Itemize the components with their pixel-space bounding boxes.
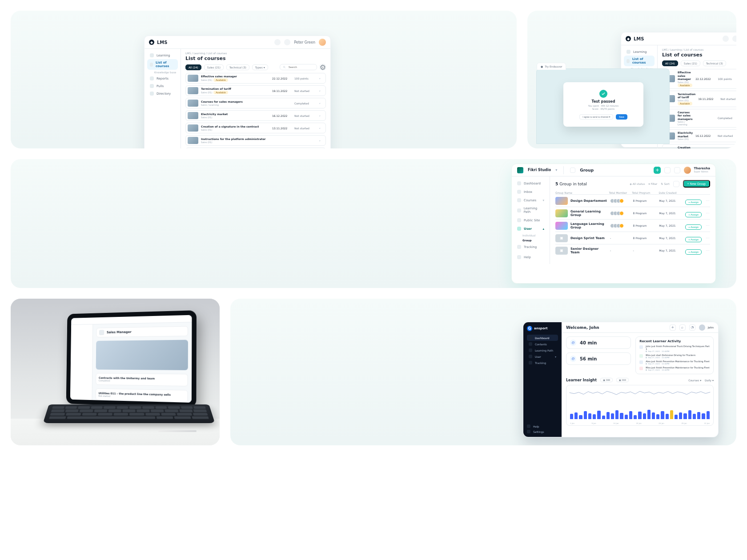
assign-button[interactable]: + Assign [685, 200, 702, 205]
sidebar-sub-individual[interactable]: Individual [522, 234, 546, 237]
assign-button[interactable]: + Assign [685, 237, 702, 242]
browser-tab[interactable]: ●Try Endeavor [537, 63, 566, 70]
table-row[interactable]: General Learning Group 8 Program May 7, … [555, 207, 710, 219]
new-group-button[interactable]: + New Group [683, 180, 710, 188]
table-row[interactable]: Language Learning Group 8 Program May 7,… [555, 219, 710, 232]
table-row[interactable]: Courses for sales managersSales / Learni… [662, 109, 736, 128]
table-row[interactable]: Design Departement 8 Program May 7, 2021… [555, 194, 710, 207]
kebab-icon[interactable]: ⋯ [705, 224, 710, 228]
sidebar-item-public-site[interactable]: Public Site [515, 217, 546, 224]
course-title: Sales Manager [107, 330, 132, 334]
table-row[interactable]: Effective sales managerSales (01) Availa… [662, 69, 736, 89]
modal-primary[interactable]: Save [616, 114, 627, 120]
ansport-app: G ansport Dashboard Contents Learning Pa… [523, 322, 719, 437]
search-icon[interactable] [674, 167, 680, 173]
user-menu[interactable]: John [699, 324, 714, 331]
add-button[interactable]: + [654, 167, 661, 174]
status-filter[interactable]: ◈ All status [630, 182, 645, 185]
filter-technical[interactable]: Technical (3) [226, 64, 249, 70]
open-icon[interactable] [317, 75, 323, 81]
reload-icon[interactable] [274, 39, 281, 45]
insight-right-select[interactable]: Daily ▾ [705, 379, 714, 382]
sidebar-item-user[interactable]: User▴ [515, 225, 546, 232]
plus-button[interactable]: + [670, 324, 676, 331]
sidebar-item-inbox[interactable]: Inbox [515, 188, 546, 195]
filter-sales[interactable]: Sales (21) [204, 64, 224, 70]
help-icon[interactable] [284, 39, 290, 45]
assign-button[interactable]: + Assign [685, 224, 702, 230]
sidebar-item-tracking[interactable]: Tracking [527, 360, 558, 366]
table-row[interactable]: Electricity marketSales (01) 16.12.2022 … [185, 110, 326, 121]
table-row[interactable]: IT platforms used in workSales (01) 14.0… [185, 148, 326, 148]
open-icon[interactable] [317, 125, 323, 131]
sidebar-item-learning[interactable]: Learning [147, 52, 178, 59]
sidebar-item-learning-path[interactable]: Learning Path [527, 347, 558, 353]
filter-types[interactable]: Types ▾ [252, 64, 268, 70]
sort-button[interactable]: ⇅ Sort [661, 182, 669, 185]
avatar[interactable] [319, 39, 326, 46]
search-icon[interactable]: ⌕ [679, 324, 686, 331]
kebab-icon[interactable]: ⋯ [705, 248, 710, 252]
settings-button[interactable]: ⚙ [320, 64, 326, 70]
modal-secondary[interactable]: I agree to send to channel # [579, 114, 613, 120]
thumb [188, 87, 198, 94]
insight-left-select[interactable]: Courses ▾ [688, 379, 701, 382]
sidebar-item-help[interactable]: Help [527, 424, 558, 428]
table-row[interactable]: ▣ Senior Designer Team - - May 7, 2021 +… [555, 244, 710, 256]
filter-all[interactable]: All (24) [185, 64, 201, 70]
breadcrumb: LMS / Learning / List of courses [185, 52, 326, 55]
pie-icon [150, 84, 154, 88]
chevron-down-icon[interactable]: ▾ [555, 168, 557, 172]
kebab-icon[interactable]: ⋯ [705, 199, 710, 203]
sidebar-item-user[interactable]: User▾ [527, 353, 558, 360]
table-body: Design Departement 8 Program May 7, 2021… [555, 194, 710, 256]
table-row[interactable]: ▣ Design Sprint Team - 8 Program May 7, … [555, 232, 710, 244]
user-menu[interactable]: Theresha Super Admin [684, 167, 710, 174]
stat-card-1: ⏱40 min [566, 336, 631, 349]
grid-view-icon[interactable] [673, 181, 679, 187]
assign-button[interactable]: + Assign [685, 212, 702, 217]
sidebar-sub-group[interactable]: Group [522, 239, 546, 242]
group-thumb [555, 222, 568, 230]
table-row[interactable]: Creation of a signature in the contractS… [662, 144, 736, 148]
kebab-icon[interactable]: ⋯ [705, 211, 710, 215]
kebab-icon[interactable]: ⋯ [705, 236, 710, 240]
sidebar-item-courses[interactable]: List of courses [147, 59, 178, 70]
bell-icon[interactable] [664, 167, 671, 173]
open-icon[interactable] [317, 88, 323, 94]
list-icon [150, 63, 153, 67]
sidebar-item-help[interactable]: Help [515, 254, 546, 260]
sidebar-item-learning-path[interactable]: Learning Path [515, 205, 546, 215]
table-row[interactable]: Creation of a signature in the contractS… [185, 123, 326, 133]
bell-icon[interactable]: ◔ [689, 324, 695, 331]
sidebar-item-contents[interactable]: Contents [527, 341, 558, 347]
table-row[interactable]: Effective sales managerSales (01) Availa… [185, 73, 326, 84]
fikri-app: Fikri Studio ▾ Group + Theresha Su [511, 164, 716, 284]
clock-icon: ⏱ [570, 356, 576, 362]
sidebar-item-directory[interactable]: Directory [147, 90, 178, 97]
tile-test-passed: ◆LMS Learning List of courses Knowledge … [527, 11, 736, 148]
table-row[interactable]: Electricity marketSales (01) 16.12.2022 … [662, 129, 736, 142]
assign-button[interactable]: + Assign [685, 249, 702, 255]
open-icon[interactable] [317, 100, 323, 106]
activity-item: John just finish Professional Truck Driv… [639, 345, 710, 352]
thumb [188, 75, 198, 82]
table-row[interactable]: Termination of tariffSales (01) Availabl… [185, 85, 326, 96]
filter-button[interactable]: ▾ Filter [649, 182, 658, 185]
open-icon[interactable] [317, 112, 323, 119]
table-row[interactable]: Termination of tariffSales (01) Availabl… [662, 91, 736, 107]
user-name: Peter Green [294, 40, 315, 44]
sidebar-item-dashboard[interactable]: Dashboard [527, 335, 558, 341]
sidebar-item-pulls[interactable]: Pulls [147, 82, 178, 90]
open-icon[interactable] [317, 137, 323, 144]
sidebar-item-courses[interactable]: Courses▾ [515, 197, 546, 204]
table-row[interactable]: Instructions for the platform administra… [185, 135, 326, 146]
sidebar-sub-knowledge[interactable]: Knowledge base [154, 70, 178, 75]
table-row[interactable]: Courses for sales managersSales / Learni… [185, 98, 326, 108]
sidebar-item-settings[interactable]: Settings [527, 430, 558, 433]
sidebar-item-dashboard[interactable]: Dashboard [515, 180, 546, 187]
sidebar-item-tracking[interactable]: Tracking [515, 244, 546, 250]
sidebar-item-reports[interactable]: Reports [147, 75, 178, 82]
tile-ansport-dashboard: G ansport Dashboard Contents Learning Pa… [230, 299, 736, 445]
search-input[interactable] [280, 64, 317, 70]
